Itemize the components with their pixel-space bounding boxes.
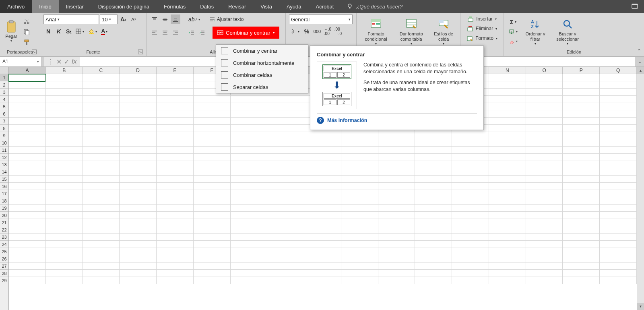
cell[interactable] bbox=[231, 176, 268, 183]
collapse-ribbon-button[interactable]: ⌃ bbox=[637, 48, 642, 54]
cell[interactable] bbox=[267, 132, 304, 139]
cell[interactable] bbox=[489, 219, 526, 226]
cell[interactable] bbox=[46, 176, 83, 183]
cell[interactable] bbox=[304, 255, 341, 262]
cell[interactable] bbox=[267, 161, 304, 168]
cell[interactable] bbox=[157, 154, 194, 161]
cell[interactable] bbox=[526, 89, 563, 96]
cell[interactable] bbox=[563, 226, 600, 234]
cell[interactable] bbox=[157, 219, 194, 226]
cell[interactable] bbox=[489, 96, 526, 103]
wrap-text-button[interactable]: Ajustar texto bbox=[207, 14, 246, 24]
cell[interactable] bbox=[600, 125, 637, 132]
cell[interactable] bbox=[46, 110, 83, 118]
cell[interactable] bbox=[46, 96, 83, 103]
tell-me-search[interactable]: ¿Qué desea hacer? bbox=[341, 0, 408, 13]
cell[interactable] bbox=[9, 241, 46, 248]
cell[interactable] bbox=[526, 139, 563, 147]
cell[interactable] bbox=[9, 161, 46, 168]
cell[interactable] bbox=[489, 161, 526, 168]
cell[interactable] bbox=[267, 96, 304, 103]
cell[interactable] bbox=[157, 255, 194, 262]
cell[interactable] bbox=[46, 234, 83, 241]
cell[interactable] bbox=[489, 197, 526, 205]
vertical-scrollbar[interactable]: ▴ ▾ bbox=[637, 67, 644, 310]
cell[interactable] bbox=[83, 118, 120, 125]
cell[interactable] bbox=[83, 277, 120, 284]
cell[interactable] bbox=[267, 270, 304, 277]
cell[interactable] bbox=[157, 226, 194, 234]
cell[interactable] bbox=[231, 103, 268, 110]
cell[interactable] bbox=[526, 118, 563, 125]
cell[interactable] bbox=[194, 190, 231, 197]
cell[interactable] bbox=[489, 234, 526, 241]
cell[interactable] bbox=[563, 262, 600, 270]
cell[interactable] bbox=[600, 262, 637, 270]
cell[interactable] bbox=[83, 81, 120, 89]
cell[interactable] bbox=[415, 205, 452, 212]
cell[interactable] bbox=[267, 103, 304, 110]
cell[interactable] bbox=[231, 132, 268, 139]
cell[interactable] bbox=[231, 139, 268, 147]
cell[interactable] bbox=[194, 96, 231, 103]
cell[interactable] bbox=[157, 248, 194, 255]
cell[interactable] bbox=[600, 226, 637, 234]
select-all-corner[interactable] bbox=[0, 67, 9, 74]
cell[interactable] bbox=[267, 125, 304, 132]
row-header-17[interactable]: 17 bbox=[0, 190, 8, 197]
row-header-2[interactable]: 2 bbox=[0, 81, 8, 89]
cell[interactable] bbox=[83, 248, 120, 255]
col-header-O[interactable]: O bbox=[526, 67, 563, 74]
cell[interactable] bbox=[83, 147, 120, 154]
cell[interactable] bbox=[526, 110, 563, 118]
cell[interactable] bbox=[83, 226, 120, 234]
cell[interactable] bbox=[46, 161, 83, 168]
cell[interactable] bbox=[194, 262, 231, 270]
cell[interactable] bbox=[415, 154, 452, 161]
cell[interactable] bbox=[415, 219, 452, 226]
cell[interactable] bbox=[563, 103, 600, 110]
cell[interactable] bbox=[194, 110, 231, 118]
cell[interactable] bbox=[194, 139, 231, 147]
cell[interactable] bbox=[304, 212, 341, 219]
cell[interactable] bbox=[120, 154, 157, 161]
cell[interactable] bbox=[452, 234, 489, 241]
cell[interactable] bbox=[563, 161, 600, 168]
cell[interactable] bbox=[231, 205, 268, 212]
cell[interactable] bbox=[489, 212, 526, 219]
cell[interactable] bbox=[120, 110, 157, 118]
row-header-1[interactable]: 1 bbox=[0, 74, 8, 81]
cell[interactable] bbox=[415, 277, 452, 284]
cell[interactable] bbox=[9, 118, 46, 125]
borders-button[interactable]: ▾ bbox=[74, 27, 86, 36]
cell[interactable] bbox=[378, 183, 415, 190]
cell[interactable] bbox=[600, 89, 637, 96]
cell[interactable] bbox=[120, 96, 157, 103]
bold-button[interactable]: N bbox=[43, 27, 53, 36]
cell[interactable] bbox=[304, 205, 341, 212]
cell[interactable] bbox=[9, 74, 46, 81]
cell[interactable] bbox=[120, 139, 157, 147]
col-header-Q[interactable]: Q bbox=[600, 67, 637, 74]
cell[interactable] bbox=[83, 132, 120, 139]
cell[interactable] bbox=[489, 262, 526, 270]
cell[interactable] bbox=[120, 226, 157, 234]
cell[interactable] bbox=[120, 89, 157, 96]
cell[interactable] bbox=[452, 176, 489, 183]
tab-vista[interactable]: Vista bbox=[253, 0, 279, 13]
cell[interactable] bbox=[600, 139, 637, 147]
cell[interactable] bbox=[120, 270, 157, 277]
cell[interactable] bbox=[9, 89, 46, 96]
fill-button[interactable]: ▾ bbox=[507, 27, 519, 36]
row-header-20[interactable]: 20 bbox=[0, 212, 8, 219]
cell[interactable] bbox=[267, 219, 304, 226]
cell[interactable] bbox=[452, 270, 489, 277]
cell[interactable] bbox=[46, 270, 83, 277]
cell[interactable] bbox=[46, 168, 83, 176]
cell[interactable] bbox=[194, 212, 231, 219]
cell[interactable] bbox=[304, 183, 341, 190]
cell[interactable] bbox=[563, 132, 600, 139]
cell[interactable] bbox=[600, 74, 637, 81]
cell[interactable] bbox=[194, 234, 231, 241]
cell[interactable] bbox=[9, 219, 46, 226]
